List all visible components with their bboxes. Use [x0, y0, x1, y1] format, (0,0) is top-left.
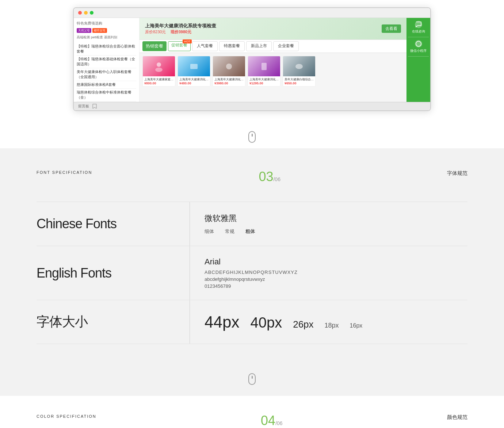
scroll-mouse-dot-top [252, 134, 253, 137]
scroll-indicator-top [0, 126, 504, 148]
nav-tab-enterprise[interactable]: 企业套餐 [273, 41, 299, 51]
chinese-font-name: 微软雅黑 [205, 213, 453, 224]
color-section-suffix: /06 [275, 420, 282, 426]
product-image-2 [178, 56, 210, 76]
scroll-indicator-bottom-section [0, 366, 504, 396]
top-screenshot-section: 特色免费项选购 天然父母 都市女性 高端检测 pett检查 基因列别 【特检】瑞… [0, 0, 504, 126]
chat-icon [415, 21, 422, 28]
tag-jiyin: 基因列别 [104, 35, 117, 40]
font-sizes-right: 44px 40px 26px 18px 16px [190, 300, 467, 344]
product-info-2: 上海美年大健康消化系统 ¥480.00 [178, 76, 210, 86]
tag-gaoduan: 高端检测 [77, 35, 90, 40]
svg-rect-2 [190, 64, 198, 69]
browser-mockup: 特色免费项选购 天然父母 都市女性 高端检测 pett检查 基因列别 【特检】瑞… [73, 7, 431, 111]
product-card-4[interactable]: 上海美年大健康消化系统 ¥1295.00 [248, 56, 280, 87]
english-fonts-title: English Fonts [37, 265, 111, 281]
english-fonts-right: Arial ABCDEFGHIJKLMNOPQRSTUVWXYZ abcdefg… [190, 246, 467, 300]
scroll-mouse-top [248, 131, 256, 143]
font-section-label: FONT SPECIFICATION [37, 170, 92, 175]
sidebar-item-1: 【特检】瑞慈体检综合全面心脏体检套餐 [77, 43, 136, 56]
font-section-number: 03 [259, 169, 273, 184]
website-nav-tabs: 热销套餐 促销套餐 HOT 人气套餐 特惠套餐 新品上市 企业套餐 [140, 40, 406, 53]
wechat-icon [415, 40, 422, 47]
font-size-18: 18px [325, 322, 339, 329]
sidebar-special-title: 特色免费项选购 [77, 21, 136, 26]
english-font-lowercase: abcdefghijklmnopqrstuvwxyz [205, 276, 453, 282]
sidebar-item-2: 【特检】瑞慈体检基础体检套餐（全国适用） [77, 56, 136, 68]
color-section-header: COLOR SPECIFICATION 04/06 颜色规范 [37, 414, 467, 427]
color-section-label: COLOR SPECIFICATION [37, 414, 96, 419]
tag-pet: pett检查 [91, 35, 103, 40]
font-sizes-label: 字体大小 [37, 300, 190, 344]
svg-point-6 [416, 41, 421, 46]
font-section-title-zh: 字体规范 [447, 170, 467, 177]
chinese-fonts-right: 微软雅黑 细体 常规 粗体 [190, 202, 467, 246]
chinese-font-weights: 细体 常规 粗体 [205, 228, 453, 235]
tag-dushi: 都市女性 [92, 28, 107, 33]
svg-point-1 [155, 68, 163, 72]
hot-badge: HOT [183, 39, 192, 43]
banner-title: 上海美年大健康消化系统专项检查 原价8230元 现价3980元 [145, 23, 216, 35]
website-products: 上海美年大健康家庭体检 ¥800.00 上海美年大健康消化系统 ¥480.00 [140, 53, 406, 89]
product-card-5[interactable]: 美年大健康白领综合套餐 ¥650.00 [283, 56, 316, 87]
browser-maximize-dot [90, 11, 93, 15]
product-image-4 [248, 56, 280, 76]
tag-tianran: 天然父母 [77, 28, 91, 33]
product-card-3[interactable]: 上海美年大健康消化系统 ¥3980.00 [213, 56, 245, 87]
font-sizes-row: 字体大小 44px 40px 26px 18px 16px [37, 300, 467, 344]
font-rows: Chinese Fonts 微软雅黑 细体 常规 粗体 English Font… [37, 202, 467, 344]
right-sidebar-wechat-label: 微信小程序 [410, 49, 427, 53]
right-sidebar-consulting[interactable]: 在线咨询 [408, 21, 429, 37]
svg-rect-4 [261, 63, 267, 70]
chinese-fonts-row: Chinese Fonts 微软雅黑 细体 常规 粗体 [37, 202, 467, 246]
font-size-40: 40px [250, 314, 282, 331]
english-font-numbers: 0123456789 [205, 283, 453, 289]
font-sizes-title: 字体大小 [37, 313, 88, 331]
nav-tab-popular[interactable]: 人气套餐 [192, 41, 218, 51]
banner-original-price: 原价8230元 [145, 30, 166, 34]
scroll-mouse-bottom [248, 373, 256, 385]
english-font-name: Arial [205, 257, 453, 267]
weight-regular: 常规 [225, 228, 234, 235]
color-section-number-block: 04/06 [261, 414, 283, 427]
scroll-mouse-dot-bottom [252, 376, 253, 379]
font-section-header: FONT SPECIFICATION 03/06 字体规范 [37, 170, 467, 183]
chinese-fonts-title: Chinese Fonts [37, 216, 117, 232]
right-sidebar-wechat[interactable]: 微信小程序 [408, 40, 429, 57]
browser-chrome [74, 8, 430, 18]
font-section-number-block: 03/06 [259, 170, 280, 183]
product-info-5: 美年大健康白领综合套餐 ¥650.00 [283, 76, 315, 86]
nav-tab-promo[interactable]: 促销套餐 HOT [168, 41, 191, 51]
english-font-uppercase: ABCDEFGHIJKLMNOPQRSTUVWXYZ [205, 270, 453, 275]
browser-bottom-bar: 留页板 [74, 102, 430, 110]
product-card-1[interactable]: 上海美年大健康家庭体检 ¥800.00 [142, 56, 175, 87]
font-size-26: 26px [293, 319, 313, 330]
bookmark-icon [92, 104, 97, 109]
nav-tab-new[interactable]: 新品上市 [246, 41, 272, 51]
right-sidebar-consulting-label: 在线咨询 [412, 29, 425, 34]
nav-tab-hot[interactable]: 热销套餐 [142, 41, 167, 51]
svg-point-5 [295, 64, 303, 69]
font-sizes-display: 44px 40px 26px 18px 16px [205, 313, 453, 331]
sidebar-item-3: 美年大健康体检中心入职体检套餐（全国通用） [77, 68, 136, 81]
banner-current-price: 现价3980元 [171, 30, 191, 34]
nav-tab-special[interactable]: 特惠套餐 [219, 41, 245, 51]
svg-point-0 [157, 62, 161, 67]
product-image-3 [213, 56, 245, 76]
browser-minimize-dot [84, 11, 88, 15]
browser-content: 特色免费项选购 天然父母 都市女性 高端检测 pett检查 基因列别 【特检】瑞… [74, 18, 430, 110]
font-size-44: 44px [205, 313, 239, 331]
product-image-1 [143, 56, 175, 76]
product-info-4: 上海美年大健康消化系统 ¥1295.00 [248, 76, 280, 86]
banner-cta-button[interactable]: 去看看 [382, 24, 401, 33]
font-section-suffix: /06 [273, 176, 280, 182]
color-section-number: 04 [261, 413, 275, 428]
website-banner: 上海美年大健康消化系统专项检查 原价8230元 现价3980元 去看看 [140, 18, 406, 40]
website-main-content: 上海美年大健康消化系统专项检查 原价8230元 现价3980元 去看看 热销套餐 [140, 18, 406, 102]
website-inner: 特色免费项选购 天然父母 都市女性 高端检测 pett检查 基因列别 【特检】瑞… [74, 18, 430, 102]
bottom-bar-label: 留页板 [78, 104, 89, 109]
sidebar-item-5: 瑞慈体检综合体检中标准体检套餐（全） [77, 89, 136, 102]
product-card-2[interactable]: 上海美年大健康消化系统 ¥480.00 [177, 56, 210, 87]
font-spec-section: FONT SPECIFICATION 03/06 字体规范 Chinese Fo… [0, 148, 504, 366]
product-image-5 [283, 56, 315, 76]
